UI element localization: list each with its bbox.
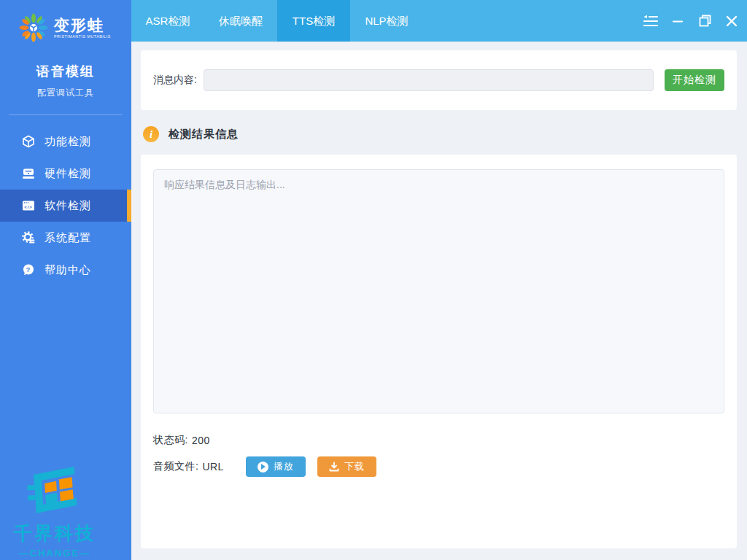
svg-text:</>: </> <box>24 205 33 209</box>
sidebar-divider <box>9 114 123 115</box>
download-icon <box>329 462 339 472</box>
collapse-menu-icon[interactable] <box>643 13 659 29</box>
tab-label: NLP检测 <box>365 15 408 27</box>
info-icon: i <box>143 126 159 142</box>
result-section-header: i 检测结果信息 <box>143 124 747 144</box>
message-input[interactable] <box>204 69 654 91</box>
log-output-textarea[interactable] <box>153 169 724 413</box>
audio-file-value: URL <box>202 461 224 472</box>
gear-icon <box>22 231 35 244</box>
sidebar-menu: 功能检测 硬件检测 </> <box>0 125 131 286</box>
sidebar: 变形蛙 PRISTIMANTIS MUTABILIS 语音模组 配置调试工具 功… <box>0 0 131 560</box>
sidebar-item-label: 功能检测 <box>44 135 91 149</box>
tab-label: TTS检测 <box>293 15 335 27</box>
maximize-icon[interactable] <box>697 13 713 29</box>
brand: 变形蛙 PRISTIMANTIS MUTABILIS <box>0 0 131 47</box>
message-card: 消息内容: 开始检测 <box>141 50 737 110</box>
main-content: 消息内容: 开始检测 i 检测结果信息 状态码: 200 音频文件: URL 播… <box>131 42 747 560</box>
tab-tts[interactable]: TTS检测 <box>277 0 350 42</box>
brand-subtitle: PRISTIMANTIS MUTABILIS <box>54 34 111 39</box>
sidebar-item-label: 帮助中心 <box>44 263 91 277</box>
minimize-icon[interactable] <box>670 13 686 29</box>
play-button[interactable]: 播放 <box>246 456 306 477</box>
sidebar-item-hardware-check[interactable]: 硬件检测 <box>0 158 131 190</box>
tab-asr[interactable]: ASR检测 <box>131 0 204 42</box>
module-header: 语音模组 配置调试工具 <box>0 63 131 99</box>
company-tagline: —CHANGE— <box>0 548 109 559</box>
result-card: 状态码: 200 音频文件: URL 播放 下载 <box>141 155 737 548</box>
company-logo: 千界科技 —CHANGE— <box>0 466 109 559</box>
module-title: 语音模组 <box>0 63 131 80</box>
play-icon <box>258 462 268 472</box>
play-button-label: 播放 <box>274 460 294 473</box>
status-code-value: 200 <box>192 435 210 446</box>
window-flag-logo-icon <box>23 508 86 521</box>
svg-text:?: ? <box>26 265 31 273</box>
cube-icon <box>22 135 35 148</box>
sidebar-item-label: 硬件检测 <box>44 167 91 181</box>
sidebar-item-system-config[interactable]: 系统配置 <box>0 222 131 254</box>
tab-label: ASR检测 <box>146 15 190 27</box>
sidebar-item-help-center[interactable]: ? 帮助中心 <box>0 254 131 286</box>
company-name: 千界科技 <box>0 521 109 545</box>
status-code-row: 状态码: 200 <box>153 434 724 447</box>
topbar: ASR检测 休眠唤醒 TTS检测 NLP检测 <box>131 0 747 42</box>
sidebar-item-software-check[interactable]: </> 软件检测 <box>0 190 131 222</box>
sidebar-item-label: 系统配置 <box>44 231 91 245</box>
status-code-label: 状态码: <box>153 434 188 447</box>
tab-nlp[interactable]: NLP检测 <box>350 0 423 42</box>
window-controls <box>643 0 740 42</box>
code-window-icon: </> <box>22 199 35 212</box>
question-bubble-icon: ? <box>22 263 35 276</box>
result-section-title: 检测结果信息 <box>169 128 239 141</box>
sidebar-item-label: 软件检测 <box>44 199 91 213</box>
close-icon[interactable] <box>724 13 740 29</box>
download-button[interactable]: 下载 <box>317 456 376 477</box>
start-check-button[interactable]: 开始检测 <box>665 69 724 91</box>
pinwheel-frog-logo-icon <box>18 12 50 47</box>
module-subtitle: 配置调试工具 <box>0 87 131 99</box>
audio-file-row: 音频文件: URL 播放 下载 <box>153 456 724 477</box>
message-label: 消息内容: <box>153 74 197 87</box>
download-button-label: 下载 <box>344 460 365 473</box>
hardware-icon <box>22 167 35 180</box>
audio-file-label: 音频文件: <box>153 460 198 473</box>
tab-label: 休眠唤醒 <box>219 15 263 27</box>
tab-wakeup[interactable]: 休眠唤醒 <box>204 0 277 42</box>
sidebar-item-function-check[interactable]: 功能检测 <box>0 125 131 158</box>
